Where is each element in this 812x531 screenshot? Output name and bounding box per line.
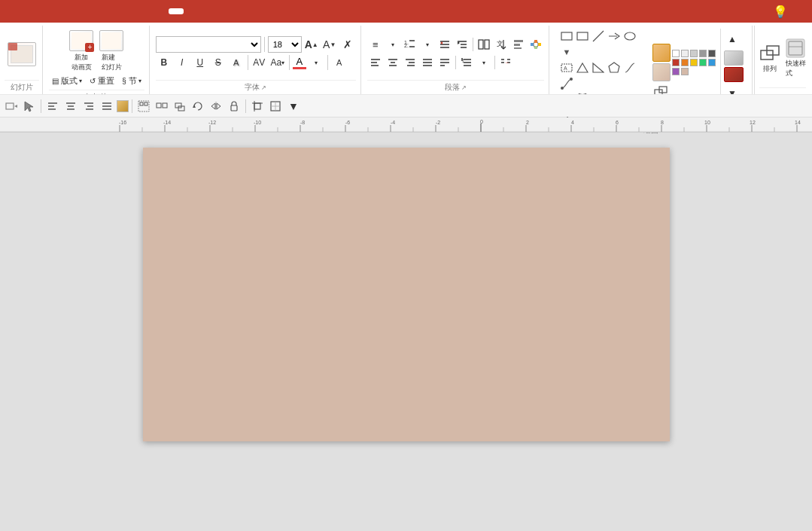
menu-help[interactable] xyxy=(138,8,154,14)
strikethrough-btn[interactable]: S xyxy=(210,54,227,71)
shape-arrow-right[interactable] xyxy=(607,29,622,44)
shape-more[interactable]: ▼ xyxy=(559,44,574,60)
align-center-btn[interactable] xyxy=(385,54,401,71)
layout-btn[interactable]: ▤ 版式▾ xyxy=(49,74,85,88)
quick-style-1[interactable] xyxy=(724,50,744,66)
menu-onekey[interactable] xyxy=(169,8,184,14)
slide-canvas[interactable] xyxy=(143,148,670,441)
new-animation-page-btn[interactable]: + 新加动画页 xyxy=(68,29,95,74)
col-count-btn[interactable] xyxy=(476,36,492,53)
quick-more-btn[interactable]: ▼ xyxy=(285,98,302,114)
menu-review[interactable] xyxy=(108,8,123,14)
quick-align-center[interactable] xyxy=(62,98,79,114)
menu-draw[interactable] xyxy=(18,8,33,14)
section-btn[interactable]: § 节▾ xyxy=(119,74,144,88)
decrease-indent-btn[interactable] xyxy=(436,36,453,53)
justify-low-btn[interactable] xyxy=(436,54,453,71)
menu-design[interactable] xyxy=(33,8,48,14)
shape-connector[interactable] xyxy=(622,60,637,75)
quick-align-left[interactable] xyxy=(44,98,61,114)
underline-btn[interactable]: U xyxy=(192,54,208,71)
quick-fliph-btn[interactable] xyxy=(208,98,224,114)
subscript-superscript-btn[interactable]: A xyxy=(331,54,348,71)
menu-view[interactable] xyxy=(123,8,138,14)
shape-ellipse[interactable] xyxy=(622,29,637,44)
text-direction-btn[interactable]: 文 xyxy=(493,36,509,53)
menu-pdf[interactable] xyxy=(154,8,169,14)
quick-reorder-btn[interactable] xyxy=(172,98,188,114)
col-spacing-btn[interactable]: ↔ xyxy=(497,54,514,71)
color-orange[interactable] xyxy=(681,59,689,66)
text-shadow-btn[interactable]: A xyxy=(228,54,245,71)
quick-rotate-btn[interactable] xyxy=(190,98,206,114)
quick-ungroup-btn[interactable] xyxy=(154,98,170,114)
color-blue[interactable] xyxy=(708,59,716,66)
font-color-arrow[interactable]: ▾ xyxy=(308,54,324,71)
menu-insert[interactable] xyxy=(3,8,18,14)
justify-btn[interactable] xyxy=(419,54,436,71)
shrink-font-btn[interactable]: A▼ xyxy=(321,36,338,53)
char-spacing-btn[interactable]: AV xyxy=(251,54,268,71)
new-slide-btn[interactable]: 新建幻灯片 xyxy=(98,29,125,74)
bullets-btn[interactable]: ≡ xyxy=(367,36,384,53)
quick-cursor[interactable] xyxy=(21,98,38,114)
line-spacing-arrow[interactable]: ▾ xyxy=(476,54,492,71)
theme-color-beige[interactable] xyxy=(652,63,671,81)
menu-animation[interactable] xyxy=(63,8,78,14)
quick-distribute[interactable] xyxy=(99,98,115,114)
shape-line[interactable] xyxy=(591,29,606,44)
color-gray[interactable] xyxy=(690,50,698,57)
quick-size-pos-btn[interactable] xyxy=(267,98,284,114)
align-right-btn[interactable] xyxy=(402,54,418,71)
quick-group-btn[interactable] xyxy=(135,98,152,114)
color-yellow[interactable] xyxy=(690,59,698,66)
color-green[interactable] xyxy=(699,59,707,66)
quick-color-indicator[interactable] xyxy=(117,100,129,112)
italic-btn[interactable]: I xyxy=(174,54,190,71)
bold-btn[interactable]: B xyxy=(156,54,172,71)
theme-color-orange[interactable] xyxy=(652,44,671,62)
quick-crop-btn[interactable] xyxy=(249,98,266,114)
quick-lock-btn[interactable] xyxy=(226,98,242,114)
numbering-btn[interactable]: 1.2. xyxy=(402,36,418,53)
menu-search[interactable] xyxy=(794,8,809,14)
shape-connector2[interactable] xyxy=(559,76,574,91)
quick-style-up[interactable]: ▲ xyxy=(724,31,741,47)
font-size-select[interactable]: 18 xyxy=(268,36,302,53)
shape-pentagon[interactable] xyxy=(607,60,622,75)
quick-shape-select[interactable] xyxy=(3,98,20,114)
shape-rectangle[interactable] xyxy=(559,29,574,44)
smartart-btn[interactable] xyxy=(528,36,544,53)
menu-slideshow[interactable] xyxy=(93,8,108,14)
arrange-large-btn[interactable]: 排列 xyxy=(759,43,780,74)
slide-thumbnail-btn[interactable] xyxy=(5,39,39,69)
shape-textbox[interactable]: A xyxy=(559,60,574,75)
quickstyle-large-btn[interactable]: 快速样式 xyxy=(785,38,806,78)
line-spacing-btn[interactable]: ↕ xyxy=(458,54,475,71)
color-tan[interactable] xyxy=(681,68,689,75)
color-white[interactable] xyxy=(672,50,680,57)
color-dk-gray[interactable] xyxy=(699,50,707,57)
color-red[interactable] xyxy=(672,59,680,66)
color-purple[interactable] xyxy=(672,68,680,75)
increase-indent-btn[interactable] xyxy=(454,36,470,53)
font-name-select[interactable] xyxy=(156,36,261,53)
align-left-btn[interactable] xyxy=(367,54,384,71)
quick-style-2[interactable] xyxy=(724,67,744,82)
quick-align-right[interactable] xyxy=(81,98,97,114)
numbering-arrow[interactable]: ▾ xyxy=(419,36,436,53)
font-color-btn[interactable]: A xyxy=(293,56,306,69)
menu-pocket-animation[interactable] xyxy=(78,8,93,14)
change-case-btn[interactable]: Aa▾ xyxy=(269,54,286,71)
shape-triangle[interactable] xyxy=(575,60,590,75)
color-lt-gray[interactable] xyxy=(681,50,689,57)
grow-font-btn[interactable]: A▲ xyxy=(303,36,320,53)
shape-rectangle2[interactable] xyxy=(575,29,590,44)
menu-switch[interactable] xyxy=(48,8,63,14)
bullets-arrow[interactable]: ▾ xyxy=(385,36,401,53)
reset-btn[interactable]: ↺ 重置 xyxy=(87,74,117,88)
shape-rtriangle[interactable] xyxy=(591,60,606,75)
color-charcoal[interactable] xyxy=(708,50,716,57)
align-text-btn[interactable] xyxy=(510,36,527,53)
clear-format-btn[interactable]: ✗ xyxy=(339,36,356,53)
